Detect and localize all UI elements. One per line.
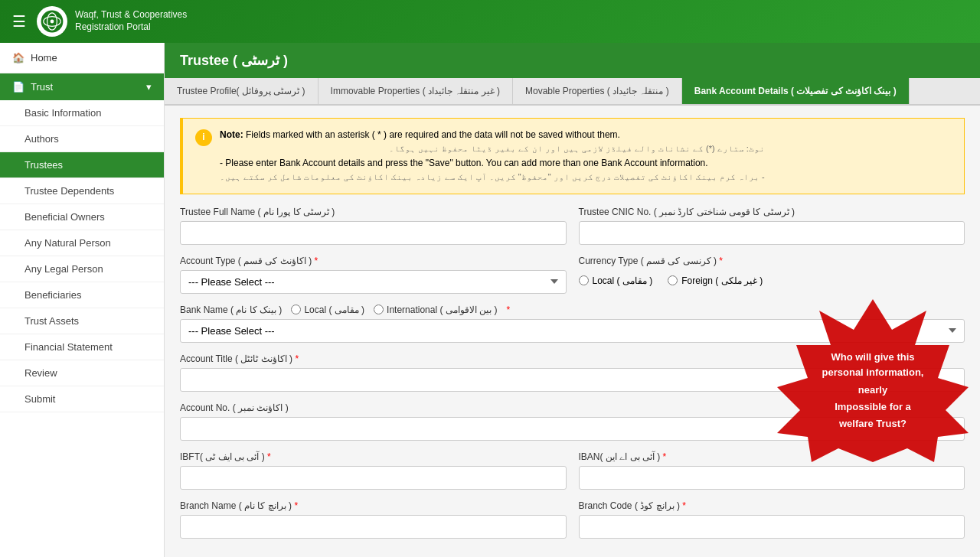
trustee-full-name-label: Trustee Full Name ( ٹرسٹی کا پورا نام ) — [180, 207, 567, 217]
trustee-full-name-input[interactable] — [180, 221, 567, 245]
tab-movable-properties[interactable]: Movable Properties ( منتقلہ جائیداد ) — [513, 78, 682, 104]
sidebar-item-basic-information[interactable]: Basic Information — [0, 100, 164, 126]
iban-group: IBAN( آئی بی اے این ) * — [579, 451, 965, 490]
branch-code-label: Branch Code ( برانچ کوڈ ) * — [579, 500, 965, 511]
branch-code-group: Branch Code ( برانچ کوڈ ) * — [579, 500, 965, 539]
currency-local-radio-label[interactable]: Local ( مقامی ) — [579, 275, 653, 286]
currency-foreign-label: Foreign ( غیر ملکی ) — [681, 275, 763, 286]
currency-local-label: Local ( مقامی ) — [593, 275, 653, 286]
form-content-area: i Note: Fields marked with an asterisk (… — [165, 106, 980, 557]
form-row-2: Account Type ( اکاؤنٹ کی قسم ) * --- Ple… — [180, 256, 965, 294]
account-type-group: Account Type ( اکاؤنٹ کی قسم ) * --- Ple… — [180, 256, 567, 294]
ibft-label: IBFT( آئی بی ایف ٹی ) * — [180, 451, 567, 462]
page-header: Trustee ( ٹرسٹی ) — [165, 43, 980, 78]
form-row-6: IBFT( آئی بی ایف ٹی ) * IBAN( آئی بی اے … — [180, 451, 965, 490]
branch-name-group: Branch Name ( برانچ کا نام ) * — [180, 500, 567, 539]
hamburger-icon[interactable]: ☰ — [12, 12, 26, 31]
sidebar: 🏠 Home 📄 Trust ▾ Basic InformationAuthor… — [0, 43, 165, 557]
main-content: Trustee ( ٹرسٹی ) Trustee Profile( ٹرسٹی… — [165, 43, 980, 557]
notice-box: i Note: Fields marked with an asterisk (… — [180, 118, 965, 194]
account-no-label: Account No. ( اکاؤنٹ نمبر ) — [180, 402, 965, 413]
sidebar-trust-menu[interactable]: 📄 Trust ▾ — [0, 73, 164, 100]
sidebar-item-trustee-dependents[interactable]: Trustee Dependents — [0, 178, 164, 204]
trustee-cnic-input[interactable] — [579, 221, 965, 245]
currency-type-group: Currency Type ( کرنسی کی قسم ) * Local (… — [579, 256, 965, 294]
form-row-4: Account Title ( اکاؤنٹ ٹائٹل ) * — [180, 353, 965, 392]
sidebar-item-trustees[interactable]: Trustees — [0, 152, 164, 178]
bank-local-label: Local ( مقامی ) — [304, 305, 364, 315]
tab-trustee-profile[interactable]: Trustee Profile( ٹرسٹی پروفائل ) — [165, 78, 318, 104]
navbar-title: Waqf, Trust & Cooperatives Registration … — [75, 9, 187, 33]
notice-urdu1: نوٹ: ستارے (*) کے نشانات والے فیلڈز لازم… — [220, 142, 765, 156]
iban-input[interactable] — [579, 466, 965, 490]
sidebar-trust-label: Trust — [31, 81, 53, 93]
bank-local-radio-container[interactable]: Local ( مقامی ) — [291, 305, 364, 315]
bank-international-radio[interactable] — [374, 305, 384, 314]
account-type-label: Account Type ( اکاؤنٹ کی قسم ) * — [180, 256, 567, 266]
bank-international-label: International ( بین الاقوامی ) — [387, 305, 497, 315]
page-title: Trustee ( ٹرسٹی ) — [180, 53, 288, 68]
account-title-label: Account Title ( اکاؤنٹ ٹائٹل ) * — [180, 353, 965, 364]
bank-local-radio[interactable] — [291, 305, 301, 314]
trustee-cnic-label: Trustee CNIC No. ( ٹرسٹی کا قومی شناختی … — [579, 207, 965, 217]
notice-icon: i — [195, 129, 212, 146]
ibft-group: IBFT( آئی بی ایف ٹی ) * — [180, 451, 567, 490]
sidebar-item-trust-assets[interactable]: Trust Assets — [0, 308, 164, 334]
notice-urdu2: - براہ کرم بینک اکاؤنٹ کی تفصیلات درج کر… — [220, 171, 765, 184]
branch-code-input[interactable] — [579, 515, 965, 539]
sidebar-submenu: Basic InformationAuthorsTrusteesTrustee … — [0, 100, 164, 412]
sidebar-item-review[interactable]: Review — [0, 360, 164, 386]
branch-name-label: Branch Name ( برانچ کا نام ) * — [180, 500, 567, 511]
account-no-input[interactable] — [180, 417, 965, 441]
currency-foreign-radio[interactable] — [668, 275, 678, 285]
chevron-down-icon: ▾ — [146, 81, 152, 93]
notice-text1: Fields marked with an asterisk ( * ) are… — [246, 129, 620, 140]
account-no-group: Account No. ( اکاؤنٹ نمبر ) — [180, 402, 965, 441]
currency-foreign-radio-label[interactable]: Foreign ( غیر ملکی ) — [668, 275, 763, 286]
tab-immovable-properties[interactable]: Immovable Properties ( غیر منتقلہ جائیدا… — [318, 78, 513, 104]
sidebar-item-submit[interactable]: Submit — [0, 386, 164, 412]
iban-label: IBAN( آئی بی اے این ) * — [579, 451, 965, 462]
currency-local-radio[interactable] — [579, 275, 589, 285]
account-title-input[interactable] — [180, 368, 965, 392]
bank-name-label: Bank Name ( بینک کا نام ) Local ( مقامی … — [180, 305, 965, 315]
tabs: Trustee Profile( ٹرسٹی پروفائل )Immovabl… — [165, 78, 980, 106]
bank-name-select[interactable]: --- Please Select --- — [180, 319, 965, 343]
form-row-1: Trustee Full Name ( ٹرسٹی کا پورا نام ) … — [180, 207, 965, 245]
sidebar-item-beneficial-owners[interactable]: Beneficial Owners — [0, 204, 164, 230]
sidebar-item-any-natural-person[interactable]: Any Natural Person — [0, 230, 164, 256]
form-row-3: Bank Name ( بینک کا نام ) Local ( مقامی … — [180, 305, 965, 343]
form-row-7: Branch Name ( برانچ کا نام ) * Branch Co… — [180, 500, 965, 539]
logo — [37, 6, 67, 37]
account-type-select[interactable]: --- Please Select --- — [180, 270, 567, 294]
sidebar-item-any-legal-person[interactable]: Any Legal Person — [0, 256, 164, 282]
currency-radio-group: Local ( مقامی ) Foreign ( غیر ملکی ) — [579, 270, 965, 292]
tab-bank-account-details[interactable]: Bank Account Details ( بینک اکاؤنٹ کی تف… — [682, 78, 910, 104]
navbar: ☰ Waqf, Trust & Cooperatives Registratio… — [0, 0, 980, 43]
bank-name-group: Bank Name ( بینک کا نام ) Local ( مقامی … — [180, 305, 965, 343]
trustee-full-name-group: Trustee Full Name ( ٹرسٹی کا پورا نام ) — [180, 207, 567, 245]
bank-international-radio-container[interactable]: International ( بین الاقوامی ) — [374, 305, 497, 315]
svg-point-3 — [51, 20, 54, 24]
notice-text2: - Please enter Bank Account details and … — [220, 156, 765, 171]
trustee-cnic-group: Trustee CNIC No. ( ٹرسٹی کا قومی شناختی … — [579, 207, 965, 245]
sidebar-item-authors[interactable]: Authors — [0, 126, 164, 152]
sidebar-item-financial-statement[interactable]: Financial Statement — [0, 334, 164, 360]
form-row-5: Account No. ( اکاؤنٹ نمبر ) — [180, 402, 965, 441]
account-title-group: Account Title ( اکاؤنٹ ٹائٹل ) * — [180, 353, 965, 392]
notice-text: Note: Fields marked with an asterisk ( *… — [220, 128, 765, 184]
notice-bold: Note: — [220, 129, 243, 140]
sidebar-home[interactable]: 🏠 Home — [0, 43, 164, 73]
ibft-input[interactable] — [180, 466, 567, 490]
document-icon: 📄 — [12, 81, 24, 93]
currency-type-label: Currency Type ( کرنسی کی قسم ) * — [579, 256, 965, 266]
sidebar-item-beneficiaries[interactable]: Beneficiaries — [0, 282, 164, 308]
sidebar-home-label: Home — [31, 52, 57, 64]
home-icon: 🏠 — [12, 52, 24, 64]
branch-name-input[interactable] — [180, 515, 567, 539]
